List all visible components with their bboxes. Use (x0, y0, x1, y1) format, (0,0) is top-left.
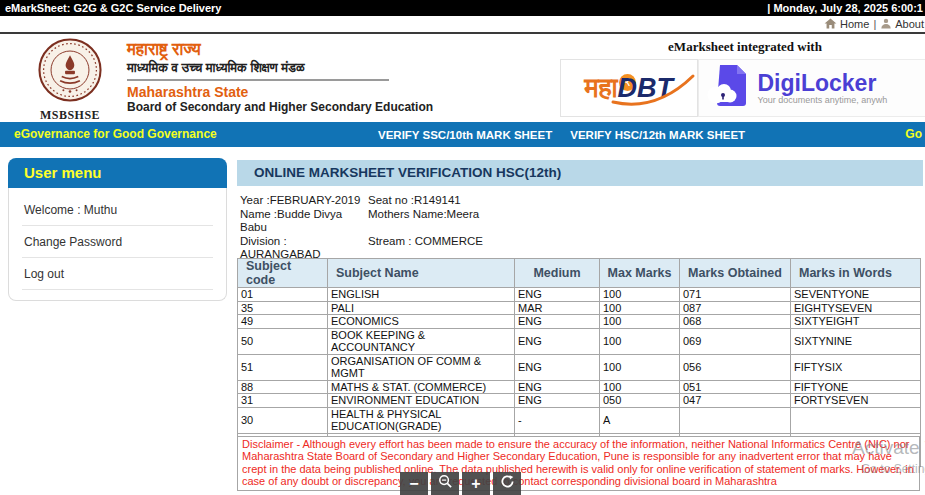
change-password-link[interactable]: Change Password (22, 226, 213, 258)
table-cell: - (515, 407, 600, 433)
user-menu-title: User menu (8, 158, 227, 188)
table-cell: FIFTYSIX (791, 354, 921, 380)
table-cell: 30 (238, 407, 328, 433)
refresh-button[interactable] (493, 472, 521, 495)
table-cell: HEALTH & PHYSICAL EDUCATION(GRADE) (328, 407, 515, 433)
column-header: Marks Obtained (680, 259, 791, 288)
table-cell (791, 407, 921, 433)
nav-go-link[interactable]: Go (905, 122, 922, 147)
digilocker-tagline: Your documents anytime, anywh (758, 95, 888, 105)
about-link[interactable]: About (880, 18, 924, 31)
student-detail-row: Year :FEBRUARY-2019Seat no :R149141 (240, 194, 483, 208)
subject-row: 51ORGANISATION OF COMM & MGMTENG100056FI… (238, 354, 921, 380)
person-icon (880, 18, 892, 31)
table-cell: ENG (515, 315, 600, 329)
datetime-label: | Monday, July 28, 2025 6:00:1 (767, 2, 923, 14)
table-cell: MATHS & STAT. (COMMERCE) (328, 380, 515, 394)
table-cell: EIGHTYSEVEN (791, 301, 921, 315)
column-header: Subject code (238, 259, 328, 288)
welcome-label: Welcome : Muthu (22, 194, 213, 226)
brand-marathi-title: महाराष्ट्र राज्य (127, 40, 433, 59)
zoom-out-button[interactable]: − (400, 472, 428, 495)
table-cell: 100 (600, 354, 680, 380)
subject-row: 35PALIMAR100087EIGHTYSEVEN (238, 301, 921, 315)
table-cell: SIXTYEIGHT (791, 315, 921, 329)
table-cell: 056 (680, 354, 791, 380)
subject-row: 31ENVIRONMENT EDUCATIONENG050047FORTYSEV… (238, 394, 921, 408)
student-detail-left: Year :FEBRUARY-2019 (240, 194, 368, 208)
nav-item-verify-hsc[interactable]: VERIFY HSC/12th MARK SHEET (570, 129, 745, 141)
table-cell: ENG (515, 354, 600, 380)
table-cell: 100 (600, 288, 680, 302)
table-cell: ECONOMICS (328, 315, 515, 329)
table-cell: 100 (600, 301, 680, 315)
table-cell: 069 (680, 328, 791, 354)
minus-icon: − (409, 475, 418, 493)
table-cell: FIFTYONE (791, 380, 921, 394)
table-cell: 51 (238, 354, 328, 380)
table-cell: ENVIRONMENT EDUCATION (328, 394, 515, 408)
table-cell: ENG (515, 328, 600, 354)
table-cell: BOOK KEEPING & ACCOUNTANCY (328, 328, 515, 354)
egovernance-tagline: eGovernance for Good Governance (14, 122, 217, 147)
mahadbt-maha-text: महा (584, 73, 617, 103)
table-cell: 047 (680, 394, 791, 408)
subject-row: 88MATHS & STAT. (COMMERCE)ENG100051FIFTY… (238, 380, 921, 394)
page-title: ONLINE MARKSHEET VERIFICATION HSC(12th) (237, 160, 923, 186)
board-brand-block: महाराष्ट्र राज्य माध्यमिक व उच्च माध्यमि… (127, 40, 433, 115)
activate-windows-watermark-sub: Go to Settings to activate Windows. (861, 462, 925, 476)
utility-strip: Home | About (0, 16, 925, 34)
plus-icon: + (471, 475, 480, 493)
board-seal: MSBSHSE (27, 37, 113, 123)
magnifier-icon (438, 474, 453, 493)
column-header: Max Marks (600, 259, 680, 288)
digilocker-cloud-doc-icon (704, 62, 754, 114)
table-cell: 100 (600, 380, 680, 394)
table-cell: ENG (515, 288, 600, 302)
student-detail-left: Name :Budde Divya Babu (240, 208, 368, 235)
column-header: Marks in Words (791, 259, 921, 288)
refresh-icon (500, 474, 515, 493)
user-menu-panel: User menu Welcome : MuthuChange Password… (8, 158, 227, 301)
table-cell: 49 (238, 315, 328, 329)
site-header: MSBSHSE महाराष्ट्र राज्य माध्यमिक व उच्च… (0, 36, 925, 122)
table-cell: MAR (515, 301, 600, 315)
zoom-in-button[interactable]: + (462, 472, 490, 495)
digilocker-name: DigiLocker (758, 71, 888, 95)
table-cell: 051 (680, 380, 791, 394)
brand-english-subtitle: Board of Secondary and Higher Secondary … (127, 100, 433, 115)
mahadbt-logo[interactable]: ₹ महाDBT (560, 59, 698, 117)
activate-windows-watermark: Activate Windows (852, 437, 925, 459)
partner-logos: ₹ महाDBT (560, 59, 925, 117)
home-link[interactable]: Home (824, 18, 869, 31)
table-cell: 100 (600, 328, 680, 354)
brand-divider (127, 79, 389, 81)
main-navbar: eGovernance for Good Governance VERIFY S… (0, 122, 925, 147)
table-cell: 071 (680, 288, 791, 302)
home-label: Home (840, 18, 869, 30)
magnifier-button[interactable] (431, 472, 459, 495)
table-cell: ENG (515, 394, 600, 408)
utility-separator: | (873, 18, 876, 30)
table-cell: SEVENTYONE (791, 288, 921, 302)
table-cell: ORGANISATION OF COMM & MGMT (328, 354, 515, 380)
logout-link[interactable]: Log out (22, 258, 213, 290)
brand-marathi-subtitle: माध्यमिक व उच्च माध्यमिक शिक्षण मंडळ (127, 59, 433, 76)
table-cell: 087 (680, 301, 791, 315)
table-cell: ENGLISH (328, 288, 515, 302)
nav-item-verify-ssc[interactable]: VERIFY SSC/10th MARK SHEET (378, 129, 552, 141)
student-detail-row: Name :Budde Divya BabuMothers Name:Meera (240, 208, 483, 235)
subject-row: 01ENGLISHENG100071SEVENTYONE (238, 288, 921, 302)
disclaimer-text: Disclaimer - Although every effort has b… (237, 436, 920, 491)
viewer-toolbar: − + (400, 472, 521, 495)
integrated-block: eMarksheet integrated with ₹ महाDBT (560, 39, 925, 117)
app-title-bar: eMarkSheet: G2G & G2C Service Delivery |… (0, 0, 925, 16)
table-cell: A (600, 407, 680, 433)
digilocker-logo[interactable]: DigiLocker Your documents anytime, anywh (698, 59, 925, 117)
brand-english-title: Maharashtra State (127, 84, 433, 100)
table-cell: 100 (600, 315, 680, 329)
table-cell: 50 (238, 328, 328, 354)
table-cell: 068 (680, 315, 791, 329)
subject-row: 30HEALTH & PHYSICAL EDUCATION(GRADE)-A (238, 407, 921, 433)
integrated-label: eMarksheet integrated with (560, 39, 925, 55)
